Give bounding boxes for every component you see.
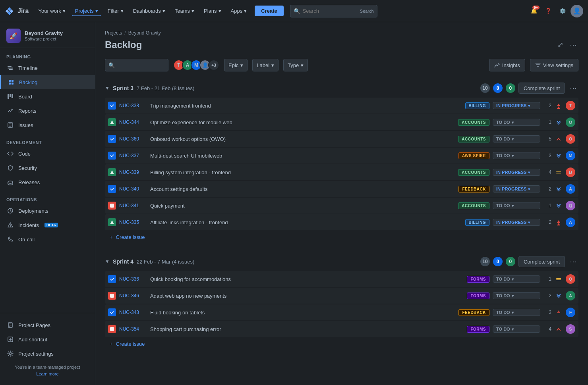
nav-dashboards[interactable]: Dashboards ▾ bbox=[130, 6, 168, 16]
sprint4-dates: 22 Feb - 7 Mar (4 issues) bbox=[137, 259, 194, 265]
issue-label: BILLING bbox=[465, 219, 490, 226]
table-row[interactable]: NUC-346 Adapt web app no new payments FO… bbox=[105, 288, 578, 304]
releases-label: Releases bbox=[18, 179, 40, 185]
table-row[interactable]: NUC-336 Quick booking for accommodations… bbox=[105, 271, 578, 287]
backlog-search-input[interactable] bbox=[117, 62, 165, 68]
plus-icon: + bbox=[110, 341, 113, 347]
releases-icon bbox=[6, 178, 14, 186]
sprint4-complete-button[interactable]: Complete sprint bbox=[518, 256, 565, 267]
table-row[interactable]: NUC-339 Billing system integration - fro… bbox=[105, 164, 578, 180]
table-row[interactable]: NUC-354 Shopping cart purchasing error F… bbox=[105, 321, 578, 337]
issue-status[interactable]: IN PROGRESS ▾ bbox=[493, 102, 540, 109]
issue-status[interactable]: TO DO ▾ bbox=[493, 152, 540, 159]
issues-label: Issues bbox=[18, 122, 33, 128]
expand-icon[interactable]: ⤢ bbox=[556, 39, 565, 51]
issue-avatar: B bbox=[566, 167, 575, 177]
issue-status[interactable]: TO DO ▾ bbox=[493, 325, 540, 333]
label-filter[interactable]: Label ▾ bbox=[252, 59, 279, 71]
issue-status[interactable]: TO DO ▾ bbox=[493, 119, 540, 126]
sprint4-issues: NUC-336 Quick booking for accommodations… bbox=[105, 271, 578, 337]
avatar-more[interactable]: +3 bbox=[208, 60, 219, 71]
issue-type-bug-icon bbox=[108, 202, 116, 210]
sidebar-item-backlog[interactable]: Backlog bbox=[0, 75, 95, 89]
search-input[interactable] bbox=[303, 8, 358, 14]
nav-filter[interactable]: Filter ▾ bbox=[104, 6, 127, 16]
chevron-down-icon: ▾ bbox=[162, 8, 165, 14]
sprint3-create-issue[interactable]: + Create issue bbox=[105, 231, 578, 243]
issue-num: 2 bbox=[544, 219, 551, 225]
issue-name: Shopping cart purchasing error bbox=[150, 326, 464, 332]
svg-rect-4 bbox=[12, 80, 14, 82]
sidebar-item-reports[interactable]: Reports bbox=[0, 104, 95, 118]
backlog-search[interactable]: 🔍 bbox=[105, 59, 168, 71]
table-row[interactable]: NUC-341 Quick payment ACCOUNTS TO DO ▾ 1… bbox=[105, 198, 578, 214]
sidebar-item-timeline[interactable]: Timeline bbox=[0, 61, 95, 75]
sidebar-item-on-call[interactable]: On-call bbox=[0, 232, 95, 246]
notifications-button[interactable]: 🔔 9+ bbox=[528, 5, 540, 17]
issue-type-story-icon bbox=[108, 168, 116, 176]
issue-status[interactable]: TO DO ▾ bbox=[493, 292, 540, 299]
table-row[interactable]: NUC-340 Account settings defaults FEEDBA… bbox=[105, 181, 578, 197]
issue-status[interactable]: TO DO ▾ bbox=[493, 309, 540, 316]
sprint4-create-issue[interactable]: + Create issue bbox=[105, 338, 578, 350]
breadcrumb-projects[interactable]: Projects bbox=[105, 30, 122, 36]
app-logo[interactable]: Jira bbox=[5, 6, 29, 16]
sidebar-footer: You're in a team-managed project Learn m… bbox=[0, 361, 95, 380]
table-row[interactable]: NUC-360 Onboard workout options (OWO) AC… bbox=[105, 131, 578, 147]
sprint4-count-in-progress: 0 bbox=[493, 257, 503, 266]
sidebar-item-code[interactable]: Code bbox=[0, 146, 95, 161]
sprint3-more-button[interactable]: ⋯ bbox=[568, 83, 578, 93]
issue-status[interactable]: TO DO ▾ bbox=[493, 275, 540, 283]
create-button[interactable]: Create bbox=[255, 6, 283, 16]
sprint4-header[interactable]: ▼ Sprint 4 22 Feb - 7 Mar (4 issues) 10 … bbox=[105, 253, 578, 270]
sprint4-right: 10 0 0 Complete sprint ⋯ bbox=[480, 256, 578, 267]
view-settings-button[interactable]: View settings bbox=[530, 59, 578, 71]
table-row[interactable]: NUC-335 Affiliate links integration - fr… bbox=[105, 214, 578, 230]
board-label: Board bbox=[18, 94, 32, 100]
issue-id: NUC-337 bbox=[119, 153, 147, 158]
sidebar-item-project-pages[interactable]: Project Pages bbox=[0, 318, 95, 332]
sprint3-complete-button[interactable]: Complete sprint bbox=[518, 83, 565, 94]
table-row[interactable]: NUC-337 Multi-dest search UI mobileweb A… bbox=[105, 148, 578, 164]
settings-icon bbox=[6, 350, 14, 358]
nav-projects[interactable]: Projects ▾ bbox=[72, 6, 101, 16]
epic-filter[interactable]: Epic ▾ bbox=[224, 59, 248, 71]
issue-type-story-icon bbox=[108, 218, 116, 226]
sidebar-item-issues[interactable]: Issues bbox=[0, 118, 95, 132]
more-options-icon[interactable]: ⋯ bbox=[568, 39, 578, 51]
sidebar-item-add-shortcut[interactable]: Add shortcut bbox=[0, 332, 95, 346]
issue-avatar: S bbox=[566, 324, 575, 334]
issue-status[interactable]: IN PROGRESS ▾ bbox=[493, 169, 540, 176]
help-button[interactable]: ❓ bbox=[542, 5, 555, 17]
learn-more-link[interactable]: Learn more bbox=[36, 372, 58, 376]
table-row[interactable]: NUC-343 Fluid booking on tablets FEEDBAC… bbox=[105, 304, 578, 320]
search-bar[interactable]: 🔍 Search bbox=[290, 5, 377, 17]
table-row[interactable]: NUC-338 Trip management frontend BILLING… bbox=[105, 98, 578, 114]
nav-your-work[interactable]: Your work ▾ bbox=[35, 6, 68, 16]
type-filter[interactable]: Type ▾ bbox=[283, 59, 308, 71]
issue-status[interactable]: TO DO ▾ bbox=[493, 135, 540, 142]
sidebar-item-board[interactable]: Board bbox=[0, 89, 95, 104]
sidebar-item-deployments[interactable]: Deployments bbox=[0, 204, 95, 218]
issue-status[interactable]: IN PROGRESS ▾ bbox=[493, 219, 540, 226]
sprint3-header[interactable]: ▼ Sprint 3 7 Feb - 21 Feb (8 issues) 10 … bbox=[105, 79, 578, 97]
sidebar-item-project-settings[interactable]: Project settings bbox=[0, 346, 95, 361]
issue-status[interactable]: TO DO ▾ bbox=[493, 202, 540, 209]
issue-status[interactable]: IN PROGRESS ▾ bbox=[493, 185, 540, 192]
breadcrumb-beyond-gravity[interactable]: Beyond Gravity bbox=[128, 30, 161, 36]
issue-name: Onboard workout options (OWO) bbox=[150, 136, 455, 142]
table-row[interactable]: NUC-344 Optimize experience for mobile w… bbox=[105, 114, 578, 130]
nav-plans[interactable]: Plans ▾ bbox=[201, 6, 224, 16]
search-placeholder-text: Search bbox=[360, 9, 374, 13]
sidebar-item-security[interactable]: Security bbox=[0, 161, 95, 175]
sidebar-item-releases[interactable]: Releases bbox=[0, 175, 95, 189]
sidebar-item-incidents[interactable]: Incidents BETA bbox=[0, 218, 95, 232]
nav-teams[interactable]: Teams ▾ bbox=[172, 6, 197, 16]
nav-apps[interactable]: Apps ▾ bbox=[228, 6, 250, 16]
sprint3-chevron: ▼ bbox=[105, 85, 110, 91]
issue-label: FORMS bbox=[467, 293, 489, 299]
insights-button[interactable]: Insights bbox=[489, 59, 525, 71]
settings-button[interactable]: ⚙️ bbox=[556, 5, 569, 17]
user-avatar[interactable]: 👤 bbox=[571, 5, 583, 17]
sprint4-more-button[interactable]: ⋯ bbox=[568, 256, 578, 267]
